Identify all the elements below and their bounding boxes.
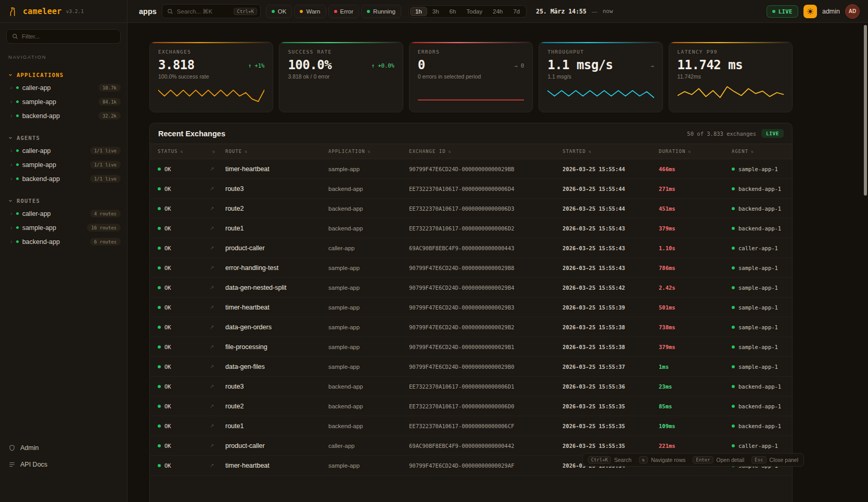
stat-card[interactable]: SUCCESS RATE 100.0% ↑ +0.0% 3.818 ok / 0… [279,42,403,112]
section-header-routes[interactable]: ROUTES [0,195,127,207]
status-dot [158,405,161,408]
status-cell: OK [158,205,210,212]
status-filter-pill[interactable]: Warn [294,5,326,18]
search-input[interactable] [177,8,230,15]
table-row[interactable]: OK ↗ route1 backend-app EE7322370A10617-… [150,416,792,436]
status-label: OK [164,285,171,291]
sidebar-item-route[interactable]: › sample-app 16 routes [0,221,127,235]
route-name: route1 [225,422,328,430]
table-row[interactable]: OK ↗ data-gen-orders sample-app 90799F47… [150,317,792,337]
table-row[interactable]: OK ↗ route2 backend-app EE7322370A10617-… [150,199,792,218]
column-header[interactable]: STARTED ⇅ [563,149,659,154]
time-range-button[interactable]: 7d [508,7,525,16]
chevron-right-icon: › [10,148,12,153]
sidebar-item-route[interactable]: › caller-app 4 routes [0,207,127,221]
theme-toggle-button[interactable] [803,5,817,18]
status-dot [16,240,19,243]
sun-icon [807,8,814,15]
time-range-button[interactable]: Today [461,7,488,16]
time-range-button[interactable]: 24h [488,7,508,16]
time-range-button[interactable]: 3h [427,7,444,16]
exchange-id: 90799F47E6CD24D-00000000000029B2 [409,324,563,330]
status-dot [16,100,19,103]
scrollbar-thumb[interactable] [864,25,867,196]
sidebar-item-application[interactable]: › sample-app 84.1k [0,95,127,109]
status-dot [16,177,19,180]
stat-card[interactable]: LATENCY P99 11.742 ms 11.742ms [669,42,793,112]
status-dot [334,10,337,13]
table-row[interactable]: OK ↗ error-handling-test sample-app 9079… [150,258,792,278]
table-row[interactable]: OK ↗ route2 backend-app EE7322370A10617-… [150,396,792,416]
stat-card[interactable]: ERRORS 0 → 0 0 errors in selected period [409,42,533,112]
status-filter-pill[interactable]: OK [266,5,292,18]
status-label: OK [164,304,171,311]
exchange-direction-icon: ↗ [210,443,225,448]
table-row[interactable]: OK ↗ route3 backend-app EE7322370A10617-… [150,179,792,199]
agent-name: backend-app-1 [738,383,781,390]
avatar[interactable]: AD [845,4,860,19]
section-header-agents[interactable]: AGENTS [0,132,127,144]
sidebar-item-route[interactable]: › backend-app 6 routes [0,235,127,249]
status-dot [16,226,19,229]
table-row[interactable]: OK ↗ route1 backend-app EE7322370A10617-… [150,218,792,238]
agent-cell: sample-app-1 [732,265,784,271]
status-dot [158,326,161,329]
status-dot [300,10,303,13]
stat-card[interactable]: THROUGHPUT 1.1 msg/s → 1.1 msg/s [539,42,662,112]
application-name: backend-app [328,383,409,390]
section-header-applications[interactable]: APPLICATIONS [0,69,127,81]
column-header[interactable]: EXCHANGE ID ⇅ [409,149,563,154]
column-header[interactable]: APPLICATION ⇅ [328,149,409,154]
exchange-direction-icon: ↗ [210,245,225,251]
agent-cell: backend-app-1 [732,403,784,409]
agent-name: sample-app-1 [738,324,778,330]
exchange-direction-icon: ↗ [210,364,225,369]
status-cell: OK [158,462,210,469]
stat-card[interactable]: EXCHANGES 3.818 ↑ +1% 100.0% success rat… [149,42,273,112]
table-row[interactable]: OK ↗ route3 backend-app EE7322370A10617-… [150,377,792,396]
table-row[interactable]: OK ↗ data-gen-nested-split sample-app 90… [150,278,792,298]
agent-name: sample-app-1 [738,265,778,271]
column-header[interactable]: STATUS ⇅ [158,149,210,154]
duration-value: 85ms [659,403,732,409]
stat-value: 0 [418,58,425,72]
table-column-headers: STATUS ⇅ ⇅ ROUTE ⇅ [150,144,792,159]
table-row[interactable]: OK ↗ timer-heartbeat sample-app 90799F47… [150,298,792,317]
live-toggle[interactable]: LIVE [767,5,798,18]
column-header[interactable]: ⇅ [210,149,225,154]
sort-icon: ⇅ [751,149,754,154]
exchange-direction-icon: ↗ [210,225,225,231]
table-row[interactable]: OK ↗ product-caller caller-app 69AC90BF8… [150,238,792,258]
exchange-direction-icon: ↗ [210,186,225,191]
status-filter-pill[interactable]: Running [361,5,401,18]
column-header[interactable]: DURATION ⇅ [659,149,732,154]
status-filter-pill[interactable]: Error [328,5,360,18]
sidebar-item-agent[interactable]: › backend-app 1/1 live [0,172,127,186]
status-dot [158,227,161,230]
exchange-id: 90799F47E6CD24D-00000000000029B8 [409,265,563,271]
column-header[interactable]: AGENT ⇅ [732,149,784,154]
status-label: OK [164,462,171,469]
sidebar-item-agent[interactable]: › caller-app 1/1 live [0,144,127,158]
sidebar-item-api-docs[interactable]: API Docs [0,456,127,473]
table-row[interactable]: OK ↗ file-processing sample-app 90799F47… [150,337,792,357]
sidebar-item-application[interactable]: › caller-app 10.7k [0,81,127,95]
time-range-button[interactable]: 1h [410,7,427,16]
status-filter-label: Warn [306,8,320,15]
sidebar-item-admin[interactable]: Admin [0,440,127,456]
agent-status-dot [732,286,735,289]
column-header[interactable]: ROUTE ⇅ [225,149,328,154]
sidebar-filter-input[interactable] [22,33,115,40]
table-summary: 50 of 3.833 exchanges [687,131,756,137]
sidebar-item-application[interactable]: › backend-app 32.2k [0,109,127,123]
current-datetime[interactable]: 25. März 14:55 [536,8,586,15]
sidebar-item-agent[interactable]: › sample-app 1/1 live [0,158,127,172]
agent-status-dot [732,444,735,447]
table-row[interactable]: OK ↗ timer-heartbeat sample-app 90799F47… [150,159,792,179]
status-dot [16,149,19,152]
table-row[interactable]: OK ↗ data-gen-files sample-app 90799F47E… [150,357,792,377]
time-range-button[interactable]: 6h [444,7,462,16]
shortcut-item: ⇅ Navigate rows [639,456,686,464]
agent-cell: backend-app-1 [732,225,784,231]
sidebar-item-label: caller-app [22,210,51,217]
